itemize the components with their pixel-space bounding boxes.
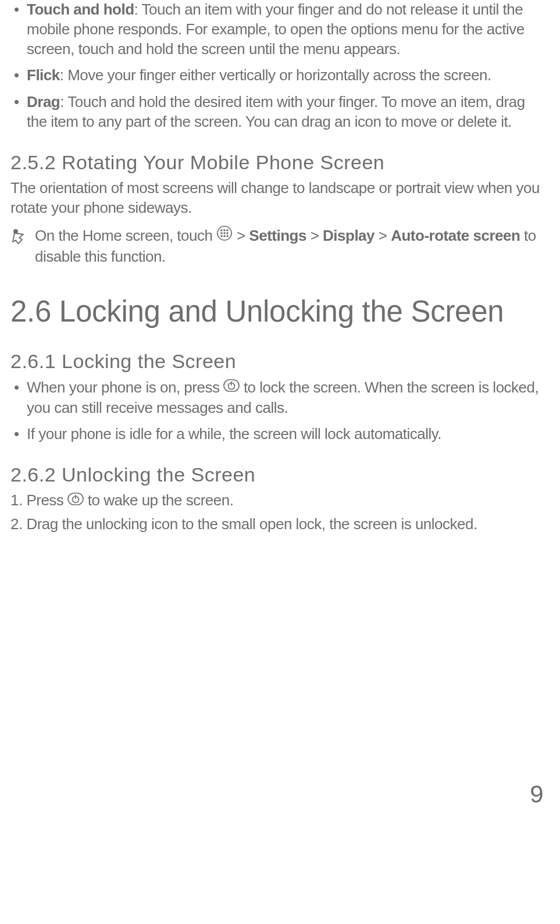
desc: : Touch and hold the desired item with y… [27,93,525,130]
note-icon [10,227,28,250]
gesture-list: Touch and hold: Touch an item with your … [10,0,545,132]
svg-point-4 [226,229,229,231]
apps-icon [216,225,233,247]
gt: > [306,227,323,244]
text: When your phone is on, press [27,379,223,396]
page-number: 9 [10,779,545,811]
heading-261: 2.6.1 Locking the Screen [10,348,545,374]
heading-26: 2.6 Locking and Unlocking the Screen [10,292,545,331]
note-pre: On the Home screen, touch [35,227,216,244]
term: Touch and hold [27,1,134,18]
list-item: If your phone is idle for a while, the s… [10,424,545,444]
list-item: Touch and hold: Touch an item with your … [10,0,545,59]
svg-point-8 [220,235,223,237]
heading-252: 2.5.2 Rotating Your Mobile Phone Screen [10,149,545,175]
svg-point-7 [226,232,229,234]
svg-point-10 [226,235,229,237]
power-icon [223,377,240,397]
settings-label: Settings [249,227,306,244]
note-text: On the Home screen, touch > Settings > D… [35,226,545,267]
heading-262: 2.6.2 Unlocking the Screen [10,462,545,487]
autorotate-label: Auto-rotate screen [391,227,520,244]
term: Drag [27,93,60,110]
lock-list: When your phone is on, press to lock the… [10,378,545,445]
display-label: Display [323,227,374,244]
text: to wake up the screen. [88,491,234,509]
text: 2. Drag the unlocking icon to the small … [10,515,477,533]
list-item: Flick: Move your finger either verticall… [10,66,545,85]
svg-point-3 [223,229,226,231]
step-2: 2. Drag the unlocking icon to the small … [10,515,545,534]
svg-point-6 [223,232,226,234]
svg-point-2 [220,229,223,231]
gt: > [374,227,391,244]
text: 1. Press [10,491,67,509]
svg-point-5 [220,232,223,234]
svg-point-9 [223,235,226,237]
list-item: When your phone is on, press to lock the… [10,378,545,418]
body-252: The orientation of most screens will cha… [10,179,545,218]
gt: > [237,227,249,244]
note-block: On the Home screen, touch > Settings > D… [10,226,545,267]
text: If your phone is idle for a while, the s… [27,425,441,443]
power-icon [67,491,84,511]
list-item: Drag: Touch and hold the desired item wi… [10,92,545,132]
desc: : Move your finger either vertically or … [60,66,491,84]
term: Flick [27,66,60,84]
step-1: 1. Press to wake up the screen. [10,491,545,511]
